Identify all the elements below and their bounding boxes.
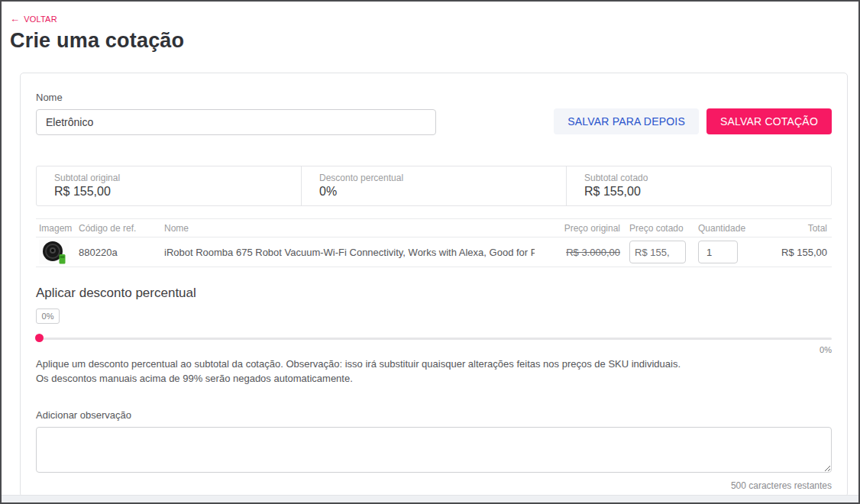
back-arrow-icon: ← xyxy=(10,15,20,23)
ref-code-cell: 880220a xyxy=(79,247,155,258)
product-name-cell: iRobot Roomba 675 Robot Vacuum-Wi-Fi Con… xyxy=(164,247,535,258)
header-image: Imagem xyxy=(39,223,70,234)
row-total-cell: R$ 155,00 xyxy=(755,247,827,258)
discount-description: Aplique um desconto percentual ao subtot… xyxy=(36,357,832,386)
summary-bar: Subtotal original R$ 155,00 Desconto per… xyxy=(36,166,832,206)
items-table: Imagem Código de ref. Nome Preço origina… xyxy=(36,218,832,267)
product-image xyxy=(39,240,70,264)
summary-label: Subtotal original xyxy=(54,173,283,183)
save-quote-button[interactable]: SALVAR COTAÇÃO xyxy=(706,108,832,134)
observation-label: Adicionar observação xyxy=(36,409,832,421)
page-title: Crie uma cotação xyxy=(10,29,849,53)
name-field-label: Nome xyxy=(36,92,436,103)
summary-original-subtotal: Subtotal original R$ 155,00 xyxy=(37,166,301,205)
header-original-price: Preço original xyxy=(544,223,620,234)
product-image-cell xyxy=(39,240,70,264)
header-total: Total xyxy=(755,223,827,234)
header-name: Nome xyxy=(164,223,535,234)
summary-value: R$ 155,00 xyxy=(584,185,813,199)
characters-remaining: 500 caracteres restantes xyxy=(36,480,832,491)
table-row: 880220a iRobot Roomba 675 Robot Vacuum-W… xyxy=(36,237,832,267)
summary-label: Subtotal cotado xyxy=(584,173,813,183)
back-link[interactable]: ← VOLTAR xyxy=(10,15,57,24)
quoted-price-input[interactable] xyxy=(629,241,686,263)
discount-slider-track[interactable] xyxy=(36,338,832,340)
header-ref-code: Código de ref. xyxy=(79,223,155,234)
action-buttons: SALVAR PARA DEPOIS SALVAR COTAÇÃO xyxy=(554,108,832,134)
summary-quoted-subtotal: Subtotal cotado R$ 155,00 xyxy=(566,166,831,205)
footer-strip xyxy=(2,495,858,502)
discount-slider-value: 0% xyxy=(36,345,832,354)
quoted-price-cell xyxy=(629,241,689,263)
summary-value: 0% xyxy=(319,185,548,199)
quantity-input[interactable] xyxy=(698,241,738,263)
original-price-cell: R$ 3.000,00 xyxy=(544,247,620,258)
summary-label: Desconto percentual xyxy=(319,173,548,183)
name-and-actions-row: Nome SALVAR PARA DEPOIS SALVAR COTAÇÃO xyxy=(36,92,832,135)
observation-section: Adicionar observação 500 caracteres rest… xyxy=(36,409,832,491)
summary-discount-percent: Desconto percentual 0% xyxy=(301,166,566,205)
table-header-row: Imagem Código de ref. Nome Preço origina… xyxy=(36,218,832,237)
discount-description-line1: Aplique um desconto percentual ao subtot… xyxy=(36,357,832,372)
page-header: ← VOLTAR Crie uma cotação xyxy=(2,2,858,53)
discount-slider xyxy=(36,334,832,343)
summary-value: R$ 155,00 xyxy=(54,185,283,199)
header-quoted-price: Preço cotado xyxy=(629,223,689,234)
discount-slider-thumb[interactable] xyxy=(35,334,44,342)
discount-section-title: Aplicar desconto percentual xyxy=(36,286,832,301)
name-input[interactable] xyxy=(36,109,436,135)
save-for-later-button[interactable]: SALVAR PARA DEPOIS xyxy=(554,108,699,134)
discount-section: Aplicar desconto percentual 0% Aplique u… xyxy=(36,286,832,386)
discount-percent-input[interactable] xyxy=(36,309,60,324)
observation-textarea[interactable] xyxy=(36,427,832,473)
header-quantity: Quantidade xyxy=(698,223,745,234)
back-link-label: VOLTAR xyxy=(24,15,57,24)
quantity-cell xyxy=(698,241,745,263)
quote-creation-page: ← VOLTAR Crie uma cotação Nome SALVAR PA… xyxy=(0,0,860,504)
discount-description-line2: Os descontos manuais acima de 99% serão … xyxy=(36,372,832,386)
original-price-struck: R$ 3.000,00 xyxy=(566,247,620,258)
name-field-group: Nome xyxy=(36,92,436,135)
quote-card: Nome SALVAR PARA DEPOIS SALVAR COTAÇÃO S… xyxy=(20,73,848,497)
